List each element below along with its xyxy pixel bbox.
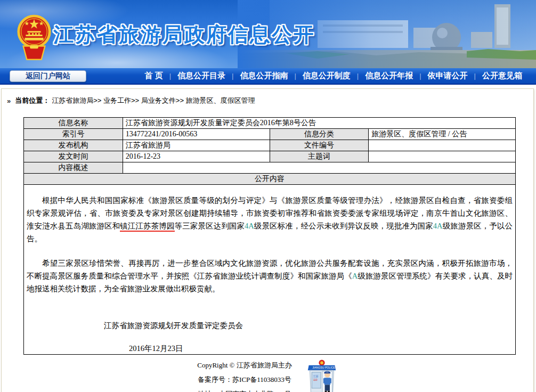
announcement-paragraph-2: 希望三家景区珍惜荣誉、再接再厉，进一步整合区域内文化旅游资源，优化旅游公共服务配… [27,257,513,295]
field-label-subject-words: 主题词 [270,151,369,162]
table-row: 根据中华人民共和国国家标准《旅游景区质量等级的划分与评定》与《旅游景区质量等级管… [24,185,516,355]
jiangsu-police-booth-icon[interactable]: JIANGSU POLICE 江苏 110 [306,359,338,392]
nav-item-home[interactable]: 首 页 [138,71,169,81]
table-row: 内容概述 [24,162,516,174]
field-label-category: 信息分类 [270,129,369,140]
signature-date: 2016年12月23日 [129,344,513,354]
field-value-index-no: 134772241/2016-00563 [123,129,270,140]
breadcrumb-arrow-icon: » [7,97,11,105]
field-value-category: 旅游景区、度假区管理 / 公告 [369,129,516,140]
field-value-issue-date: 2016-12-23 [123,151,270,162]
public-content-cell: 根据中华人民共和国国家标准《旅游景区质量等级的划分与评定》与《旅游景区质量等级管… [24,185,516,355]
table-row: 公开内容 [24,174,516,185]
page-footer: CopyRight © 江苏省旅游局主办 备案序号：苏ICP备11038033号… [2,358,533,392]
table-row: 发布机构 江苏省旅游局 文件编号 [24,140,516,151]
breadcrumb-label: 当前位置： [15,96,50,105]
footer-address: 地址：中国南京中山北路255号 [197,387,291,392]
footer-copyright: CopyRight © 江苏省旅游局主办 [197,358,291,372]
svg-text:110: 110 [313,378,318,381]
nav-menu: 首 页 | 信息公开目录 | 信息公开指南 | 信息公开制度 | 信息公开年报 … [138,71,529,81]
field-value-subject-words [369,151,516,162]
national-emblem-icon [16,12,52,61]
table-row: 信息名称 江苏省旅游资源规划开发质量评定委员会2016年第8号公告 [24,118,516,129]
field-label-index-no: 索引号 [24,129,123,140]
back-to-portal-button[interactable]: 返回门户网站 [10,70,86,82]
nav-item-directory[interactable]: 信息公开目录 [171,71,232,81]
site-banner: 江苏省旅游局政府信息公开 [0,0,536,68]
field-value-info-name: 江苏省旅游资源规划开发质量评定委员会2016年第8号公告 [123,118,515,129]
breadcrumb-path[interactable]: 江苏省旅游局>> 业务工作>> 局业务文件>> 旅游景区、度假区管理 [52,96,255,105]
info-table: 信息名称 江苏省旅游资源规划开发质量评定委员会2016年第8号公告 索引号 13… [23,117,516,355]
field-label-doc-number: 文件编号 [270,140,369,151]
footer-text: CopyRight © 江苏省旅游局主办 备案序号：苏ICP备11038033号… [197,358,291,392]
svg-text:江苏: 江苏 [313,375,319,378]
breadcrumb: » 当前位置： 江苏省旅游局>> 业务工作>> 局业务文件>> 旅游景区、度假区… [2,89,533,110]
section-header-public-content: 公开内容 [24,174,516,185]
nav-item-guide[interactable]: 信息公开指南 [233,71,294,81]
nav-item-policy[interactable]: 信息公开制度 [296,71,357,81]
footer-icp-number: 备案序号：苏ICP备11038033号 [197,372,291,387]
main-navbar: 返回门户网站 首 页 | 信息公开目录 | 信息公开指南 | 信息公开制度 | … [0,68,536,85]
nav-item-annual-report[interactable]: 信息公开年报 [359,71,419,81]
field-label-publisher: 发布机构 [24,140,123,151]
field-value-publisher: 江苏省旅游局 [123,140,270,151]
content-wrapper: » 当前位置： 江苏省旅游局>> 业务工作>> 局业务文件>> 旅游景区、度假区… [1,88,534,392]
table-row: 索引号 134772241/2016-00563 信息分类 旅游景区、度假区管理… [24,129,516,140]
page-title: 江苏省旅游局政府信息公开 [53,21,315,48]
field-label-summary: 内容概述 [24,162,123,174]
field-value-doc-number [369,140,516,151]
table-row: 发文时间 2016-12-23 主题词 [24,151,516,162]
field-label-issue-date: 发文时间 [24,151,123,162]
field-label-info-name: 信息名称 [24,118,123,129]
signature-name: 江苏省旅游资源规划开发质量评定委员会 [104,321,513,331]
nav-item-apply[interactable]: 依申请公开 [421,71,474,81]
announcement-paragraph-1: 根据中华人民共和国国家标准《旅游景区质量等级的划分与评定》与《旅游景区质量等级管… [27,194,513,245]
police-booth-text: JIANGSU POLICE [312,366,335,369]
field-value-summary [123,162,515,174]
nav-item-feedback[interactable]: 公开意见箱 [476,71,529,81]
